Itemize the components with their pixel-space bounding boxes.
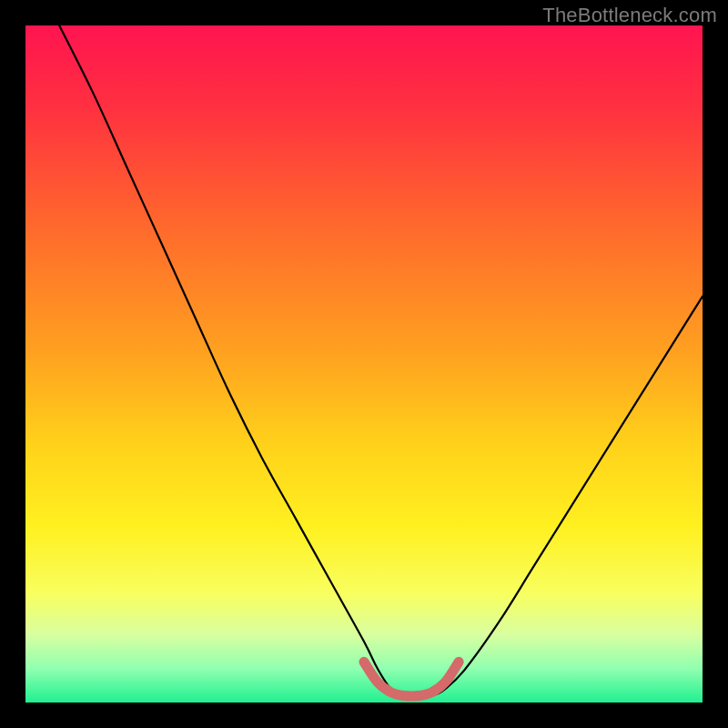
bottleneck-curve bbox=[59, 25, 703, 696]
curve-layer bbox=[25, 25, 703, 703]
optimal-range-marker bbox=[364, 662, 459, 696]
plot-area bbox=[25, 25, 703, 703]
chart-frame: TheBottleneck.com bbox=[0, 0, 728, 728]
watermark-text: TheBottleneck.com bbox=[542, 4, 717, 27]
